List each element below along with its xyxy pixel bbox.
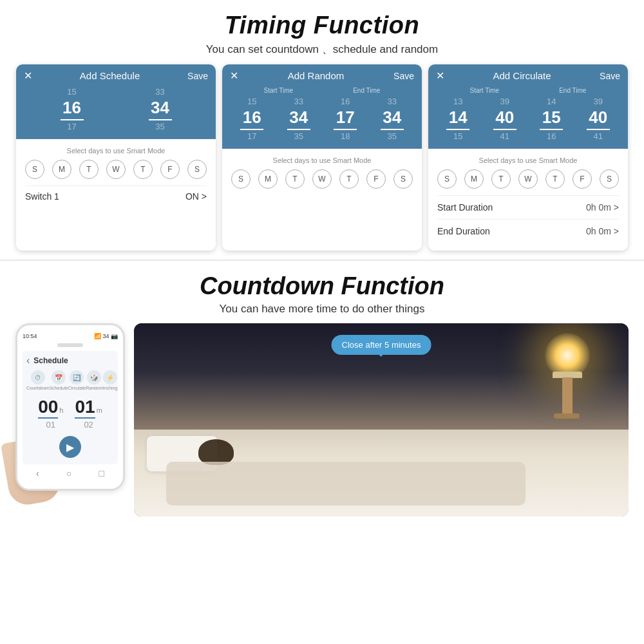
- p2-day-s1[interactable]: S: [231, 169, 251, 189]
- phone-time: 10:54: [23, 333, 37, 339]
- panel1-min-next: 35: [155, 122, 164, 131]
- p2-day-f1[interactable]: F: [366, 169, 386, 189]
- p3-day-t1[interactable]: T: [491, 169, 511, 189]
- panel2-m2-next: 35: [388, 131, 397, 141]
- phone-confirm-button[interactable]: ▶: [59, 436, 81, 458]
- day-circle-s1[interactable]: S: [25, 160, 44, 179]
- countdown-title: Countdown Function: [200, 272, 444, 300]
- phone-bottom-bar: ‹ ○ □: [23, 468, 118, 478]
- panel2-h2-prev: 16: [341, 97, 350, 106]
- panel3-h2-active[interactable]: 15: [540, 108, 563, 130]
- panel3-m1-prev: 39: [500, 97, 509, 106]
- countdown-section: Countdown Function You can have more tim…: [0, 263, 644, 523]
- panel2-body: Select days to use Smart Mode S M T W T …: [222, 149, 422, 251]
- tooltip-bubble: Close after 5 minutes: [332, 335, 431, 355]
- p2-day-t1[interactable]: T: [285, 169, 305, 189]
- panel3-start-duration-label: Start Duration: [437, 202, 493, 213]
- panel1-days-row: S M T W T F S: [25, 160, 207, 179]
- panel1-close-icon[interactable]: ✕: [24, 70, 32, 82]
- panel3-m2-prev: 39: [594, 97, 603, 106]
- p2-day-s2[interactable]: S: [393, 169, 413, 189]
- panel2-m1-active[interactable]: 34: [287, 108, 310, 130]
- panel3-m2-next: 41: [594, 131, 603, 141]
- phone-icon-random[interactable]: 🎲 Random: [86, 370, 102, 390]
- panel1-min-active[interactable]: 34: [149, 98, 172, 120]
- panel1-hour-active[interactable]: 16: [61, 98, 84, 120]
- p3-day-m1[interactable]: M: [464, 169, 484, 189]
- phone-screen-title: Schedule: [33, 356, 68, 365]
- panel3-m1-active[interactable]: 40: [493, 108, 516, 130]
- phone-back-nav-icon[interactable]: ‹: [36, 468, 39, 478]
- day-circle-s2[interactable]: S: [187, 160, 207, 179]
- panel3-time-area: Start Time End Time 13 14 15 39 40 41: [428, 87, 628, 149]
- panel2-h1-prev: 15: [247, 97, 256, 106]
- panel1-smart-mode-label: Select days to use Smart Mode: [25, 147, 207, 155]
- panel3-title: Add Circulate: [493, 70, 551, 81]
- panel2-m1-next: 35: [294, 131, 303, 141]
- phone-hour-value[interactable]: 00: [38, 397, 58, 419]
- p3-day-t2[interactable]: T: [545, 169, 565, 189]
- panel3-close-icon[interactable]: ✕: [436, 70, 444, 82]
- panel2-m1-col: 33 34 35: [287, 97, 310, 141]
- panel3-h1-prev: 13: [453, 97, 462, 106]
- panel3-m2-active[interactable]: 40: [587, 108, 610, 130]
- panel2-h2-active[interactable]: 17: [334, 108, 357, 130]
- panel3-m1-next: 41: [500, 131, 509, 141]
- panels-row: ✕ Add Schedule Save 15 16 17 33 34: [6, 64, 638, 251]
- countdown-icon: ⏱: [31, 370, 45, 384]
- panel1-save-button[interactable]: Save: [187, 71, 208, 81]
- panel2-h2-next: 18: [341, 131, 350, 141]
- day-circle-t2[interactable]: T: [133, 160, 153, 179]
- panel2-h1-col: 15 16 17: [240, 97, 263, 141]
- phone-recent-icon[interactable]: □: [99, 468, 104, 478]
- panel1-switch-label: Switch 1: [25, 191, 59, 202]
- phone-home-icon[interactable]: ○: [66, 468, 71, 478]
- p3-day-s2[interactable]: S: [600, 169, 619, 189]
- phone-icon-countdown[interactable]: ⏱ Countdown: [26, 370, 49, 390]
- panel2-m1-prev: 33: [294, 97, 303, 106]
- panel2-close-icon[interactable]: ✕: [230, 70, 238, 82]
- panel2-start-label: Start Time: [264, 87, 294, 94]
- phone-icon-inching[interactable]: ⚡ Inching: [103, 370, 118, 390]
- p2-day-w1[interactable]: W: [312, 169, 332, 189]
- p2-day-m1[interactable]: M: [258, 169, 278, 189]
- panel2-m2-active[interactable]: 34: [381, 108, 404, 130]
- panel3-save-button[interactable]: Save: [600, 71, 620, 81]
- panel1-switch-value: ON >: [185, 191, 207, 202]
- panel3-h1-col: 13 14 15: [446, 97, 469, 141]
- day-circle-f1[interactable]: F: [160, 160, 180, 179]
- panel2-h1-active[interactable]: 16: [240, 108, 263, 130]
- panel3-body: Select days to use Smart Mode S M T W T …: [428, 149, 628, 251]
- phone-signal: 📶 34 📷: [94, 333, 118, 339]
- day-circle-t1[interactable]: T: [79, 160, 99, 179]
- bed-bedding: [134, 430, 629, 516]
- phone-back-button[interactable]: ‹: [26, 355, 30, 366]
- p2-day-t2[interactable]: T: [339, 169, 359, 189]
- inching-icon-label: Inching: [103, 386, 118, 390]
- phone-min-col: 01 m 02: [75, 397, 102, 430]
- bottom-row: 10:54 📶 34 📷 ‹ Schedule ⏱: [6, 323, 638, 516]
- phone-min-value[interactable]: 01: [75, 397, 95, 419]
- inching-icon: ⚡: [103, 370, 117, 384]
- phone-icon-schedule[interactable]: 📅 Schedule: [49, 370, 68, 390]
- panel2-m2-col: 33 34 35: [381, 97, 404, 141]
- p3-day-w1[interactable]: W: [518, 169, 538, 189]
- panel2-m2-prev: 33: [388, 97, 397, 106]
- panel3-start-duration-value: 0h 0m >: [586, 202, 619, 213]
- phone-min-next: 02: [84, 420, 93, 430]
- phone-icon-row: ⏱ Countdown 📅 Schedule 🔄 Circulate: [26, 370, 114, 390]
- panel3-h1-active[interactable]: 14: [446, 108, 469, 130]
- phone-icon-circulate[interactable]: 🔄 Circulate: [68, 370, 86, 390]
- phone-hour-next: 01: [46, 420, 55, 430]
- panel3-start-duration-row[interactable]: Start Duration 0h 0m >: [437, 195, 619, 219]
- schedule-icon-label: Schedule: [49, 386, 68, 390]
- p3-day-s1[interactable]: S: [437, 169, 457, 189]
- circulate-icon: 🔄: [70, 370, 84, 384]
- p3-day-f1[interactable]: F: [573, 169, 592, 189]
- panel-circulate: ✕ Add Circulate Save Start Time End Time…: [428, 64, 628, 251]
- panel3-end-duration-row[interactable]: End Duration 0h 0m >: [437, 219, 619, 243]
- day-circle-w1[interactable]: W: [106, 160, 126, 179]
- panel1-switch-row[interactable]: Switch 1 ON >: [25, 185, 207, 207]
- panel2-save-button[interactable]: Save: [393, 71, 414, 81]
- day-circle-m1[interactable]: M: [52, 160, 71, 179]
